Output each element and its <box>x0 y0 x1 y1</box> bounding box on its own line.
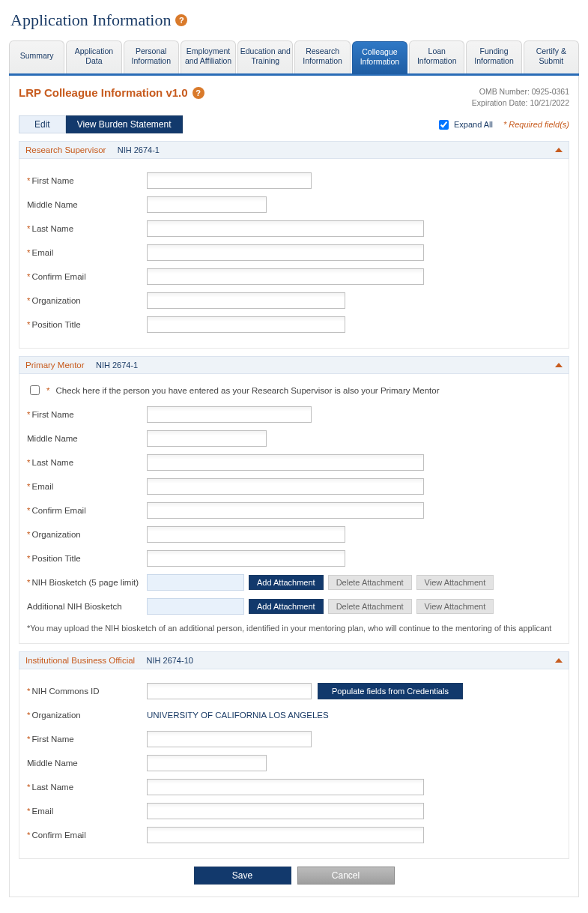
section-body-mentor: * Check here if the person you have ente… <box>19 374 569 644</box>
tab-research-information[interactable]: Research Information <box>294 40 350 73</box>
view-attachment-button[interactable]: View Attachment <box>416 599 494 614</box>
section-title: Institutional Business Official <box>25 656 135 665</box>
label-position-title: Position Title <box>31 320 80 329</box>
ibo-last-name[interactable] <box>147 779 424 795</box>
tab-education-and-training[interactable]: Education and Training <box>237 40 293 73</box>
tab-certify-submit[interactable]: Certify & Submit <box>524 40 579 73</box>
mentor-middle-name[interactable] <box>147 430 267 447</box>
ibo-confirm-email[interactable] <box>147 827 424 843</box>
supervisor-middle-name[interactable] <box>147 196 267 213</box>
label-addl-biosketch: Additional NIH Biosketch <box>27 602 122 611</box>
label-biosketch: NIH Biosketch (5 page limit) <box>31 578 139 587</box>
ibo-email[interactable] <box>147 803 424 819</box>
tab-employment-and-affiliation[interactable]: Employment and Affiliation <box>181 40 236 73</box>
panel-title: LRP Colleague Information v1.0 ? <box>19 86 204 99</box>
mentor-same-as-supervisor-checkbox[interactable] <box>30 385 40 395</box>
supervisor-position-title[interactable] <box>147 316 345 333</box>
mentor-confirm-email[interactable] <box>147 502 424 519</box>
section-code: NIH 2674-10 <box>147 656 193 665</box>
view-burden-button[interactable]: View Burden Statement <box>66 115 183 133</box>
footer-buttons: Save Cancel <box>19 859 569 889</box>
help-icon[interactable]: ? <box>175 14 187 26</box>
collapse-icon[interactable] <box>555 148 563 152</box>
section-title: Primary Mentor <box>25 361 85 370</box>
panel-title-text: LRP Colleague Information v1.0 <box>19 86 188 99</box>
mentor-organization[interactable] <box>147 526 345 543</box>
label-organization: Organization <box>31 711 80 720</box>
view-attachment-button[interactable]: View Attachment <box>416 575 494 590</box>
section-code: NIH 2674-1 <box>96 361 138 370</box>
omb-number: OMB Number: 0925-0361 <box>472 86 569 97</box>
ibo-organization-value: UNIVERSITY OF CALIFORNIA LOS ANGELES <box>147 711 329 720</box>
main-panel: LRP Colleague Information v1.0 ? OMB Num… <box>9 76 579 897</box>
label-position-title: Position Title <box>31 554 80 563</box>
biosketch-file-display <box>147 574 244 591</box>
tab-summary[interactable]: Summary <box>9 40 64 73</box>
label-middle-name: Middle Name <box>27 434 78 443</box>
label-middle-name: Middle Name <box>27 200 78 209</box>
label-organization: Organization <box>31 530 80 539</box>
ibo-middle-name[interactable] <box>147 755 267 771</box>
tab-funding-information[interactable]: Funding Information <box>466 40 521 73</box>
mentor-checkbox-label: Check here if the person you have entere… <box>55 386 439 395</box>
help-icon[interactable]: ? <box>193 87 204 99</box>
label-last-name: Last Name <box>31 458 73 467</box>
delete-attachment-button[interactable]: Delete Attachment <box>328 599 412 614</box>
label-confirm-email: Confirm Email <box>31 831 85 840</box>
ibo-first-name[interactable] <box>147 731 312 747</box>
tab-bar: SummaryApplication DataPersonal Informat… <box>9 40 579 76</box>
label-organization: Organization <box>31 296 80 305</box>
tab-colleague-information[interactable]: Colleague Information <box>352 41 407 74</box>
page-title: Application Information ? <box>10 10 579 30</box>
page-title-text: Application Information <box>10 10 171 30</box>
label-middle-name: Middle Name <box>27 759 78 768</box>
label-nih-commons-id: NIH Commons ID <box>31 687 99 696</box>
collapse-icon[interactable] <box>555 658 563 663</box>
tab-personal-information[interactable]: Personal Information <box>124 40 179 73</box>
panel-header: LRP Colleague Information v1.0 ? OMB Num… <box>19 86 569 108</box>
supervisor-email[interactable] <box>147 244 424 261</box>
delete-attachment-button[interactable]: Delete Attachment <box>328 575 412 590</box>
expand-all-label: Expand All <box>454 120 493 129</box>
required-note: * Required field(s) <box>503 120 569 129</box>
section-header-ibo[interactable]: Institutional Business Official NIH 2674… <box>19 651 569 669</box>
label-first-name: First Name <box>31 410 73 419</box>
label-first-name: First Name <box>31 735 73 744</box>
collapse-icon[interactable] <box>555 363 563 367</box>
label-first-name: First Name <box>31 176 73 185</box>
cancel-button[interactable]: Cancel <box>297 867 395 885</box>
mentor-first-name[interactable] <box>147 406 312 423</box>
panel-meta: OMB Number: 0925-0361 Expiration Date: 1… <box>472 86 569 108</box>
tab-application-data[interactable]: Application Data <box>66 40 121 73</box>
mentor-email[interactable] <box>147 478 424 495</box>
save-button[interactable]: Save <box>194 867 291 885</box>
mentor-last-name[interactable] <box>147 454 424 471</box>
expand-all-checkbox[interactable] <box>439 120 449 130</box>
section-header-mentor[interactable]: Primary Mentor NIH 2674-1 <box>19 356 569 374</box>
mentor-position-title[interactable] <box>147 550 345 567</box>
add-attachment-button[interactable]: Add Attachment <box>249 575 324 590</box>
section-code: NIH 2674-1 <box>118 145 160 154</box>
addl-biosketch-file-display <box>147 598 244 615</box>
ibo-nih-commons-id[interactable] <box>147 683 312 699</box>
edit-button[interactable]: Edit <box>19 115 66 133</box>
supervisor-last-name[interactable] <box>147 220 424 237</box>
biosketch-note: *You may upload the NIH biosketch of an … <box>27 624 561 633</box>
section-body-supervisor: *First Name Middle Name *Last Name *Emai… <box>19 159 569 349</box>
action-row: Edit View Burden Statement Expand All * … <box>19 115 569 133</box>
populate-credentials-button[interactable]: Populate fields from Credentials <box>318 683 463 699</box>
label-email: Email <box>31 482 53 491</box>
add-attachment-button[interactable]: Add Attachment <box>249 599 324 614</box>
supervisor-confirm-email[interactable] <box>147 268 424 285</box>
label-last-name: Last Name <box>31 783 73 792</box>
tab-loan-information[interactable]: Loan Information <box>409 40 464 73</box>
label-confirm-email: Confirm Email <box>31 272 85 281</box>
expiration-date: Expiration Date: 10/21/2022 <box>472 97 569 109</box>
supervisor-first-name[interactable] <box>147 172 312 189</box>
supervisor-organization[interactable] <box>147 292 345 309</box>
label-confirm-email: Confirm Email <box>31 506 85 515</box>
label-last-name: Last Name <box>31 224 73 233</box>
expand-all-toggle[interactable]: Expand All <box>436 118 493 132</box>
label-email: Email <box>31 807 53 816</box>
section-header-supervisor[interactable]: Research Supervisor NIH 2674-1 <box>19 141 569 159</box>
